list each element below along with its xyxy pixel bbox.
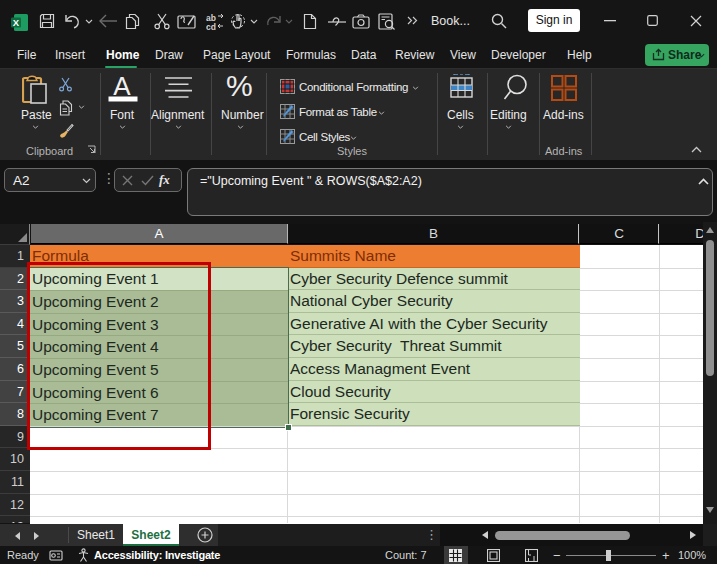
svg-text:X: X bbox=[13, 17, 20, 28]
svg-text:cd: cd bbox=[206, 22, 216, 31]
